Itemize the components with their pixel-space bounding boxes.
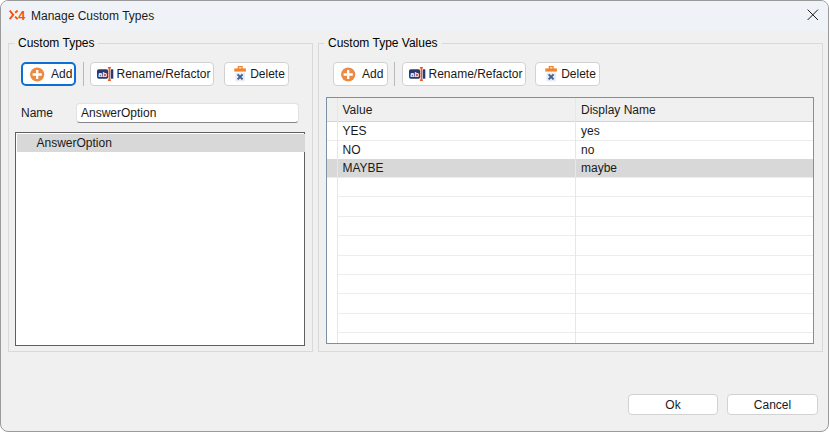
svg-text:ab: ab [98, 70, 107, 79]
svg-text:4: 4 [18, 10, 25, 21]
svg-text:ab: ab [410, 70, 419, 79]
